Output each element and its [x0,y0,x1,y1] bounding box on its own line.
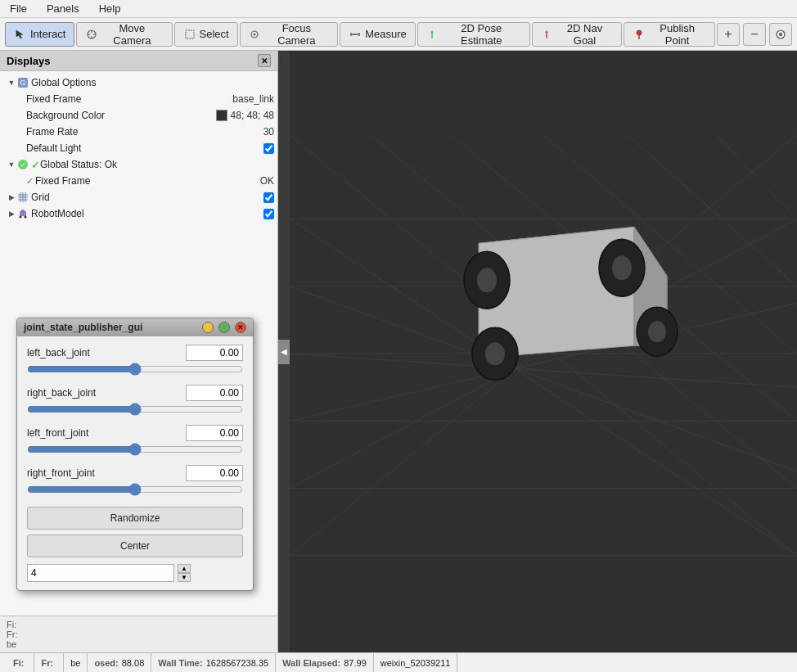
2d-nav-button[interactable]: 2D Nav Goal [532,22,622,47]
interact-label: Interact [30,28,65,40]
robot-model-label: RobotModel [31,208,84,219]
fixed-frame-status-label: Fixed Frame [35,175,90,187]
global-status-row[interactable]: ▼ ✓ ✓ Global Status: Ok [0,156,277,173]
status-wall-time: Wall Time: 1628567238.35 [151,653,276,672]
fixed-frame-label: Fixed Frame [26,93,81,105]
dialog-maximize-button[interactable] [218,322,230,333]
center-button[interactable]: Center [27,534,243,557]
frame-rate-label: Frame Rate [26,126,78,138]
joint-value-2[interactable] [186,425,243,441]
focus-camera-button[interactable]: Focus Camera [240,22,339,47]
robot-model-row[interactable]: ▶ RobotModel [0,205,277,222]
robot-svg [413,194,724,423]
joint-row-1: right_back_joint [27,385,243,418]
displays-panel-header: Displays ✕ [0,51,277,71]
grid-checkbox[interactable] [263,192,274,203]
joint-value-0[interactable] [186,345,243,361]
select-button[interactable]: Select [174,22,238,47]
measure-label: Measure [365,28,407,40]
dialog-minimize-button[interactable] [202,322,214,333]
focus-camera-label: Focus Camera [264,22,330,47]
panel-info-fr: Fr: [7,629,271,639]
jspub-dialog: joint_state_publisher_gui ✕ left_back_jo… [16,318,254,591]
zoom-out-button[interactable]: − [743,23,766,46]
displays-close-button[interactable]: ✕ [258,54,271,67]
status-wall-elapsed: Wall Elapsed: 87.99 [276,653,374,672]
status-icon: ✓ [16,158,29,171]
background-color-row[interactable]: Background Color 48; 48; 48 [0,107,277,124]
global-options-expand[interactable]: ▼ [7,79,16,87]
collapse-panel-button[interactable]: ◀ [278,340,290,364]
robot-model-checkbox[interactable] [263,209,274,219]
svg-point-35 [25,216,27,219]
grid-expand[interactable]: ▶ [7,193,16,201]
svg-point-65 [485,342,505,365]
joint-slider-2[interactable] [27,443,243,456]
3d-viewport[interactable] [290,51,797,652]
background-color-value: 48; 48; 48 [216,110,274,121]
joint-header-1: right_back_joint [27,385,243,401]
interact-button[interactable]: Interact [5,22,74,47]
joint-header-2: left_front_joint [27,425,243,441]
svg-point-21 [779,33,782,36]
dialog-title: joint_state_publisher_gui [24,322,197,333]
joint-slider-3[interactable] [27,483,243,496]
fixed-frame-status-row[interactable]: ✓ Fixed Frame OK [0,173,277,189]
svg-point-18 [637,30,642,35]
joint-slider-1[interactable] [27,403,243,416]
options-icon: G [16,76,29,89]
status-user: weixin_52039211 [374,653,458,672]
nav-icon [541,28,553,41]
robot-model-icon [16,207,29,220]
select-icon [183,28,196,41]
settings-button[interactable] [769,23,792,46]
svg-point-67 [648,321,666,342]
status-fi-label: Fi: [13,658,24,668]
menu-file[interactable]: File [7,1,30,16]
dialog-close-button[interactable]: ✕ [235,322,246,333]
fixed-frame-status-check: ✓ [26,176,34,187]
status-user-value: weixin_52039211 [380,658,451,668]
2d-nav-label: 2D Nav Goal [556,22,613,47]
svg-point-63 [612,255,632,280]
toolbar: Interact Move Camera Select Focus Camera… [0,18,797,51]
dialog-titlebar[interactable]: joint_state_publisher_gui ✕ [17,318,253,336]
fixed-frame-row[interactable]: Fixed Frame base_link [0,91,277,107]
grid-row[interactable]: ▶ Grid [0,189,277,205]
grid-icon [16,191,29,204]
svg-marker-17 [545,30,548,33]
status-osed-value: 88.08 [122,658,145,668]
global-status-expand[interactable]: ▼ [7,160,16,169]
select-label: Select [200,28,229,40]
publish-point-button[interactable]: Publish Point [624,22,715,47]
spinner-down-button[interactable]: ▼ [178,573,191,582]
status-wall-elapsed-label: Wall Elapsed: [282,658,340,668]
joint-value-1[interactable] [186,385,243,401]
measure-button[interactable]: Measure [340,22,416,47]
menu-help[interactable]: Help [96,1,124,16]
spinner-input[interactable] [27,564,174,582]
svg-point-34 [20,216,22,219]
zoom-in-button[interactable]: + [717,23,740,46]
joint-value-3[interactable] [186,465,243,481]
default-light-row[interactable]: Default Light [0,140,277,156]
robot-model-expand[interactable]: ▶ [7,210,16,218]
joint-slider-0[interactable] [27,363,243,376]
default-light-checkbox[interactable] [263,143,274,154]
default-light-value [263,143,274,154]
menu-panels[interactable]: Panels [43,1,83,16]
robot-model-value [263,209,274,219]
panel-bottom-info: Fi: Fr: be [0,616,277,652]
global-options-row[interactable]: ▼ G Global Options [0,74,277,91]
spinner-btns: ▲ ▼ [178,564,191,582]
svg-point-61 [477,268,497,292]
displays-title: Displays [7,55,50,67]
frame-rate-row[interactable]: Frame Rate 30 [0,124,277,140]
status-osed: osed: 88.08 [88,653,151,672]
measure-icon [349,28,362,41]
2d-pose-button[interactable]: 2D Pose Estimate [417,22,530,47]
move-camera-button[interactable]: Move Camera [76,22,172,47]
dialog-buttons: Randomize Center [27,507,243,557]
randomize-button[interactable]: Randomize [27,507,243,530]
spinner-up-button[interactable]: ▲ [178,564,191,573]
